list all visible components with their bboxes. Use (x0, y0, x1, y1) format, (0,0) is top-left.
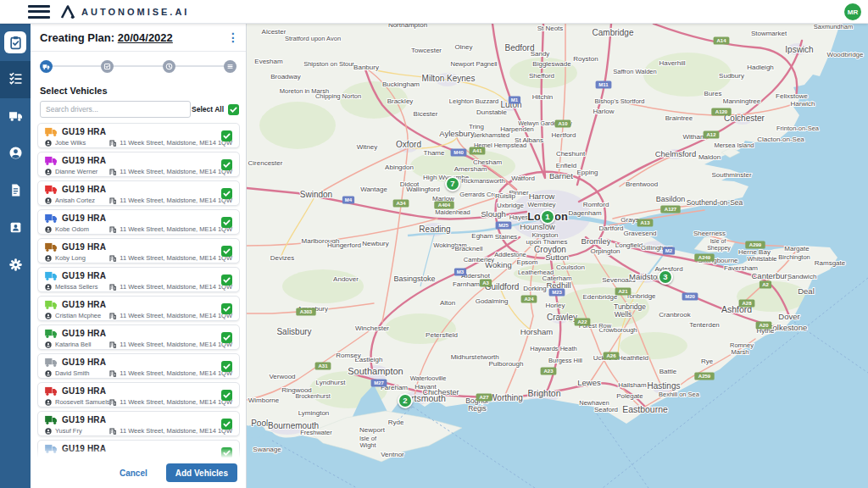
road-shield: A31 (315, 363, 331, 370)
map-marker-7[interactable]: 7 (446, 177, 459, 191)
avatar[interactable]: MR (844, 3, 861, 20)
check-icon (223, 334, 231, 341)
map-marker-2[interactable]: 2 (398, 394, 412, 408)
map-label: Ventnor (381, 451, 404, 458)
map-label: Woodbridge (827, 51, 865, 58)
kebab-menu-icon[interactable]: ⋮ (227, 31, 239, 43)
road-shield: A249 (694, 254, 714, 262)
svg-text:A31: A31 (318, 363, 328, 369)
road-shield: M1 (509, 97, 520, 104)
svg-text:A28: A28 (742, 301, 752, 306)
vehicle-checkbox[interactable] (221, 246, 232, 257)
vehicle-checkbox[interactable] (221, 274, 232, 286)
vehicle-card[interactable]: GU19 HRA Kobe Odom 11 Week Street, Maids… (37, 209, 240, 235)
vehicle-card[interactable]: GU19 HRA Roosevelt Samuels 11 Week Stree… (37, 382, 240, 408)
map-label: Horsham (520, 327, 554, 336)
step-connector (114, 65, 162, 67)
vehicle-card[interactable]: GU19 HRA Anisah Cortez 11 Week Street, M… (37, 180, 240, 206)
vehicle-card[interactable]: GU19 HRA Jobe Wilks 11 Week Street, Maid… (37, 123, 240, 148)
map-label: Witham (682, 133, 705, 141)
vehicle-checkbox[interactable] (221, 217, 232, 228)
depot-address: 11 Week Street, Maidstone, ME14 1QW (120, 254, 232, 262)
road-shield: A24 (521, 296, 537, 303)
vehicle-card[interactable]: GU19 HRA Koby Long 11 Week Street, Maids… (37, 238, 240, 263)
road-shield: A299 (745, 241, 765, 249)
map-label: Biggleswade (532, 60, 571, 68)
sidebar-item-drivers[interactable] (0, 136, 31, 173)
vehicle-card[interactable]: GU19 HRA Yusuf Fry 11 Week Street, Maids… (37, 411, 240, 436)
vehicle-checkbox[interactable] (221, 361, 232, 372)
check-icon (223, 219, 231, 226)
vehicle-card[interactable]: GU19 HRA Cristian Mcphee 11 Week Street,… (37, 296, 240, 321)
svg-text:A21: A21 (618, 289, 628, 294)
map-marker-1[interactable]: 1 (541, 210, 554, 224)
map-label: Northampton (388, 24, 427, 29)
sidebar-item-settings[interactable] (0, 247, 31, 285)
vehicle-checkbox[interactable] (221, 390, 232, 401)
select-all: Select All (192, 104, 239, 115)
vehicle-card[interactable]: GU19 HRA Melissa Sellers 11 Week Street,… (37, 267, 240, 292)
step-vehicles[interactable] (40, 60, 53, 73)
road-shield: A259 (694, 373, 714, 380)
map-label: Longfield (615, 241, 643, 249)
vehicle-checkbox[interactable] (221, 303, 232, 314)
svg-text:M23: M23 (552, 290, 562, 295)
map-canvas[interactable]: NorthamptonSt NeotsTowcesterOlneyBedford… (247, 24, 868, 488)
add-vehicles-button[interactable]: Add Vehicles (166, 463, 237, 482)
svg-text:M2: M2 (665, 248, 673, 253)
map-label: Tenterden (689, 321, 720, 329)
map-label: Andover (333, 275, 359, 283)
road-shield: A13 (637, 219, 654, 227)
svg-text:A41: A41 (472, 148, 482, 153)
search-input[interactable] (40, 101, 191, 118)
map-label: Devizes (270, 254, 294, 262)
step-schedule[interactable] (163, 60, 175, 73)
vehicle-checkbox[interactable] (221, 419, 232, 430)
vehicle-checkbox[interactable] (221, 188, 232, 199)
hamburger-menu-icon[interactable] (28, 5, 50, 19)
map-label: Gravesend (623, 230, 656, 237)
map-label: Winchester (355, 324, 389, 332)
map-marker-3[interactable]: 3 (659, 270, 672, 284)
select-all-checkbox[interactable] (228, 104, 239, 115)
map-label: Bishop's Stortford (595, 97, 645, 105)
step-connector (53, 65, 101, 67)
sidebar-item-fleet[interactable] (0, 98, 31, 136)
cancel-button[interactable]: Cancel (114, 468, 153, 479)
svg-text:M11: M11 (598, 82, 609, 87)
vehicle-card[interactable]: GU19 HRA Katarina Bell 11 Week Street, M… (37, 324, 240, 350)
sidebar-item-planner[interactable] (0, 61, 31, 98)
driver-name: Cristian Mcphee (55, 312, 109, 319)
vehicle-truck-icon (45, 214, 58, 223)
vehicle-checkbox[interactable] (221, 159, 232, 170)
vehicle-card[interactable]: GU19 HRA Dianne Werner 11 Week Street, M… (37, 152, 240, 177)
sidebar-item-orders[interactable] (0, 173, 31, 210)
map-label: Swanage (253, 446, 281, 453)
vehicle-registration: GU19 HRA (62, 242, 106, 252)
map-svg[interactable]: NorthamptonSt NeotsTowcesterOlneyBedford… (247, 24, 868, 488)
vehicle-checkbox[interactable] (221, 130, 232, 141)
vehicle-card[interactable]: GU19 HRA David Smith 11 Week Street, Mai… (37, 353, 240, 379)
svg-text:M25: M25 (498, 223, 509, 228)
vehicle-registration: GU19 HRA (62, 156, 106, 165)
driver-icon (45, 370, 52, 377)
depot-icon (109, 399, 116, 406)
depot-address: 11 Week Street, Maidstone, ME14 1QW (120, 341, 232, 348)
step-summary[interactable] (224, 60, 236, 73)
vehicle-checkbox[interactable] (221, 332, 232, 343)
select-all-label: Select All (192, 105, 224, 114)
map-label: Wantage (360, 186, 387, 193)
map-label: Rickmansworth (461, 177, 504, 185)
map-label: Waterlooville (410, 374, 447, 382)
depot-icon (109, 370, 116, 377)
svg-text:1: 1 (545, 212, 550, 221)
map-label: Oxford (396, 140, 421, 149)
sidebar-item-plans[interactable] (0, 24, 31, 61)
vehicle-truck-icon (45, 300, 58, 309)
map-label: Swindon (300, 190, 332, 199)
map-label: Marsh (732, 348, 749, 356)
svg-text:A12: A12 (706, 132, 716, 137)
sidebar-item-contacts[interactable] (0, 210, 31, 247)
map-label: Ryde (388, 419, 404, 426)
step-orders[interactable] (101, 60, 114, 73)
